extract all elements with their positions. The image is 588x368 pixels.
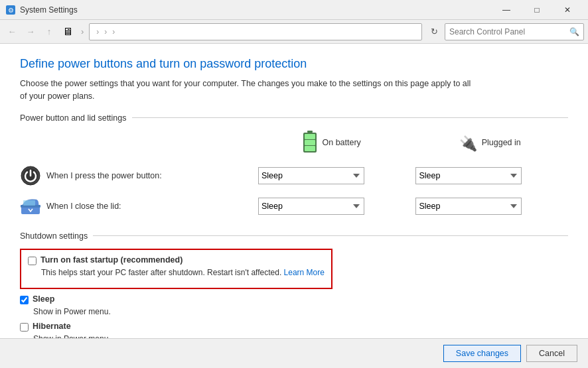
footer: Save changes Cancel bbox=[0, 338, 588, 368]
fast-startup-checkbox[interactable] bbox=[28, 257, 37, 265]
hibernate-checkbox[interactable] bbox=[20, 323, 29, 332]
breadcrumb-sep-0: › bbox=[81, 27, 84, 36]
power-button-battery-select[interactable]: Sleep Do nothing Hibernate Shut down Tur… bbox=[258, 167, 364, 184]
search-icon: 🔍 bbox=[569, 27, 579, 36]
power-settings-table: On battery 🔌 Plugged in bbox=[20, 128, 568, 221]
svg-rect-2 bbox=[307, 131, 313, 133]
svg-rect-4 bbox=[305, 134, 315, 139]
power-button-row: When I press the power button: Sleep Do … bbox=[20, 160, 568, 192]
forward-button[interactable]: → bbox=[23, 24, 38, 40]
lid-battery-select[interactable]: Sleep Do nothing Hibernate Shut down Tur… bbox=[258, 198, 364, 215]
fast-startup-description: This helps start your PC faster after sh… bbox=[41, 268, 325, 277]
window-title: System Settings bbox=[20, 5, 491, 15]
sleep-checkbox-label[interactable]: Sleep bbox=[33, 294, 54, 304]
cancel-button[interactable]: Cancel bbox=[526, 345, 577, 362]
plugged-in-label: Plugged in bbox=[482, 138, 521, 147]
breadcrumb-sep-3: › bbox=[112, 27, 115, 36]
hibernate-checkbox-row: Hibernate bbox=[20, 322, 568, 332]
power-button-icon bbox=[20, 165, 41, 186]
breadcrumb-sep-2: › bbox=[104, 27, 107, 36]
fast-startup-label[interactable]: Turn on fast startup (recommended) bbox=[40, 255, 183, 265]
on-battery-label: On battery bbox=[322, 138, 360, 147]
plugged-icon: 🔌 bbox=[458, 133, 478, 153]
title-bar: ⚙ System Settings — □ ✕ bbox=[0, 0, 588, 20]
close-button[interactable]: ✕ bbox=[552, 0, 583, 20]
shutdown-section-header: Shutdown settings bbox=[20, 231, 568, 241]
power-button-section-header: Power button and lid settings bbox=[20, 113, 568, 123]
fast-startup-box: Turn on fast startup (recommended) This … bbox=[20, 249, 332, 289]
lid-label: When I close the lid: bbox=[46, 202, 121, 211]
address-bar: ← → ↑ 🖥 › › › › ↻ 🔍 bbox=[0, 20, 588, 44]
sleep-checkbox-row: Sleep bbox=[20, 294, 568, 304]
lid-icon bbox=[20, 197, 41, 215]
learn-more-link[interactable]: Learn More bbox=[284, 268, 325, 277]
window-controls: — □ ✕ bbox=[491, 0, 583, 20]
battery-icon bbox=[302, 131, 318, 154]
windows-icon: 🖥 bbox=[62, 26, 73, 38]
svg-rect-5 bbox=[305, 140, 315, 145]
maximize-button[interactable]: □ bbox=[522, 0, 552, 20]
content-area: Define power buttons and turn on passwor… bbox=[0, 44, 588, 368]
page-description: Choose the power settings that you want … bbox=[20, 78, 471, 103]
page-title: Define power buttons and turn on passwor… bbox=[20, 57, 568, 71]
svg-text:🔌: 🔌 bbox=[459, 135, 478, 153]
breadcrumb-bar: › › › bbox=[89, 23, 422, 40]
svg-rect-6 bbox=[305, 146, 315, 151]
minimize-button[interactable]: — bbox=[491, 0, 522, 20]
power-button-plugged-select[interactable]: Sleep Do nothing Hibernate Shut down Tur… bbox=[415, 167, 522, 184]
search-bar: 🔍 bbox=[445, 23, 584, 40]
sleep-checkbox[interactable] bbox=[20, 296, 29, 304]
search-input[interactable] bbox=[449, 27, 569, 36]
hibernate-checkbox-label[interactable]: Hibernate bbox=[33, 322, 71, 331]
svg-text:⚙: ⚙ bbox=[8, 7, 14, 14]
sleep-sub: Show in Power menu. bbox=[33, 307, 568, 316]
refresh-button[interactable]: ↻ bbox=[426, 24, 442, 40]
breadcrumb-sep-1: › bbox=[96, 27, 99, 36]
app-icon: ⚙ bbox=[5, 5, 16, 15]
lid-row: When I close the lid: Sleep Do nothing H… bbox=[20, 192, 568, 221]
up-button[interactable]: ↑ bbox=[41, 24, 57, 40]
fast-startup-row: Turn on fast startup (recommended) bbox=[28, 255, 325, 265]
back-button[interactable]: ← bbox=[4, 24, 20, 40]
svg-rect-12 bbox=[23, 200, 35, 206]
save-changes-button[interactable]: Save changes bbox=[443, 345, 521, 362]
power-button-label: When I press the power button: bbox=[46, 171, 162, 180]
lid-plugged-select[interactable]: Sleep Do nothing Hibernate Shut down Tur… bbox=[415, 198, 522, 215]
